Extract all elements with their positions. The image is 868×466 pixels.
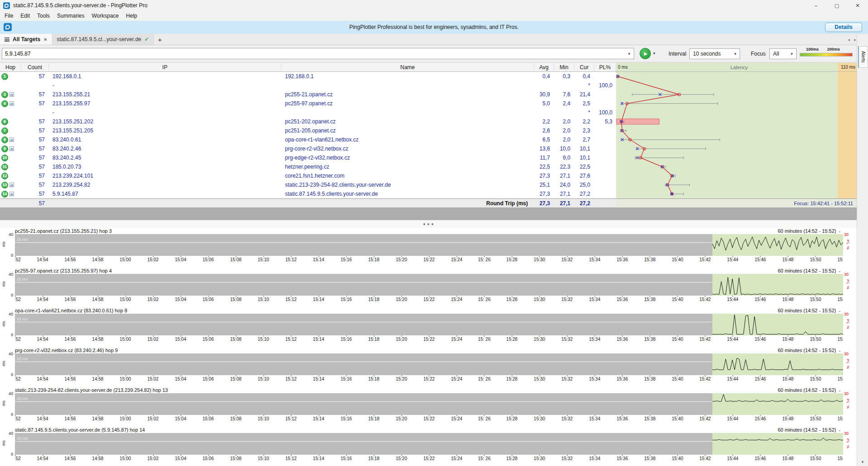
x-axis-time-label: 15: 26 xyxy=(478,416,491,421)
x-axis-time-label: 15:24 xyxy=(451,337,462,342)
tab-scroll-left-icon[interactable]: ◂ xyxy=(848,37,850,42)
min-cell: 2,4 xyxy=(554,100,574,107)
graph-range-label: 60 minutes (14:52 - 15:52) xyxy=(778,427,836,433)
x-axis-time-label: 15:16 xyxy=(341,456,352,461)
graph-range-selector[interactable]: 60 minutes (14:52 - 15:52)⌄ xyxy=(778,387,841,393)
timeline-chart-icon[interactable] xyxy=(9,146,14,151)
menu-item-help[interactable]: Help xyxy=(123,11,141,20)
timeline-chart-icon[interactable] xyxy=(9,92,14,97)
header-avg[interactable]: Avg xyxy=(534,63,554,71)
tab-target[interactable]: static.87.145.9.5.cl...your-server.de ✓ xyxy=(52,34,154,45)
timeline-graph-block: static.213-239-254-82.clients.your-serve… xyxy=(0,387,857,427)
legend-gradient-bar xyxy=(800,53,853,56)
round-trip-label: Round Trip (ms) xyxy=(281,200,534,207)
focus-region xyxy=(712,393,843,415)
hop-number-badge: 6 xyxy=(1,118,8,125)
timeline-chart-icon[interactable] xyxy=(9,137,14,142)
timeline-chart-icon[interactable] xyxy=(9,101,14,106)
pl-axis-max-label: 30 xyxy=(844,232,849,237)
hop-number-badge: 13 xyxy=(1,182,8,188)
name-cell: static.213-239-254-82.clients.your-serve… xyxy=(281,182,534,188)
x-axis-time-label: 14:54 xyxy=(37,416,48,421)
y-axis-min-label: 0 xyxy=(0,412,13,417)
menu-item-tools[interactable]: Tools xyxy=(33,11,53,20)
graph-range-selector[interactable]: 60 minutes (14:52 - 15:52)⌄ xyxy=(778,308,841,313)
name-cell: pc255-97.opanet.cz xyxy=(281,100,534,107)
header-ip[interactable]: IP xyxy=(49,63,281,71)
x-axis-time-label: 15:36 xyxy=(617,456,628,461)
scroll-down-icon[interactable]: ▾ xyxy=(857,460,868,464)
ip-cell: 192.168.0.1 xyxy=(49,73,281,80)
x-axis-time-label: 15:38 xyxy=(644,456,655,461)
header-hop[interactable]: Hop xyxy=(0,63,21,71)
x-axis-time-label: 15:34 xyxy=(589,456,600,461)
x-axis-time-label: 15:46 xyxy=(754,337,766,342)
interval-dropdown-icon: ▾ xyxy=(731,52,740,56)
count-cell: 57 xyxy=(21,118,49,125)
timeline-chart-icon[interactable] xyxy=(9,183,14,187)
x-axis-time-label: 14:56 xyxy=(65,377,76,381)
minimize-button[interactable]: – xyxy=(806,0,826,11)
graph-range-selector[interactable]: 60 minutes (14:52 - 15:52)⌄ xyxy=(778,228,841,234)
x-axis-time-label: 15:08 xyxy=(230,257,242,262)
menu-item-summaries[interactable]: Summaries xyxy=(53,11,88,20)
trace-options-dropdown-icon[interactable]: ▾ xyxy=(653,51,655,56)
graph-range-selector[interactable]: 60 minutes (14:52 - 15:52)⌄ xyxy=(778,268,841,273)
graph-range-selector[interactable]: 60 minutes (14:52 - 15:52)⌄ xyxy=(778,348,841,353)
maximize-button[interactable]: ▢ xyxy=(826,0,847,11)
pane-splitter[interactable] xyxy=(0,220,857,228)
ip-cell: 213.239.254.82 xyxy=(49,182,281,188)
close-tab-icon[interactable]: ✕ xyxy=(43,37,47,42)
x-axis-time-label: 15:20 xyxy=(396,257,407,262)
chevron-down-icon: ⌄ xyxy=(838,229,841,233)
details-button[interactable]: Details xyxy=(825,23,862,32)
timeline-graph-header: static.87.145.9.5.clients.your-server.de… xyxy=(0,427,857,433)
packet-loss-axis: 30PL % xyxy=(843,433,857,455)
header-pl[interactable]: PL% xyxy=(594,63,616,71)
y-axis-unit-label: ms xyxy=(1,321,6,326)
x-axis-time-label: 14:58 xyxy=(92,337,104,342)
graph-range-selector[interactable]: 60 minutes (14:52 - 15:52)⌄ xyxy=(778,427,841,433)
count-cell: 57 xyxy=(21,146,49,152)
pl-axis-max-label: 30 xyxy=(844,352,849,356)
timeline-graph-block: pc255-97.opanet.cz (213.155.255.97) hop … xyxy=(0,268,857,307)
menu-item-file[interactable]: File xyxy=(1,11,17,20)
ip-cell: 5.9.145.87 xyxy=(49,191,281,197)
x-axis-time-label: 15:06 xyxy=(203,257,214,262)
interval-select[interactable]: 10 seconds ▾ xyxy=(689,48,740,59)
footer-min: 27,1 xyxy=(554,200,574,207)
focus-select[interactable]: All ▾ xyxy=(769,48,797,59)
x-axis-time-label: 15:02 xyxy=(147,257,159,262)
tab-all-targets[interactable]: All Targets ✕ xyxy=(0,34,52,45)
x-axis-time-label: 15:38 xyxy=(644,297,655,302)
new-tab-button[interactable]: + xyxy=(154,34,166,45)
x-axis-time-label: 15:34 xyxy=(589,257,600,262)
trace-table-header: Hop Count IP Name Avg Min Cur PL% 0 ms L… xyxy=(0,62,857,72)
x-axis-time-label: 15:14 xyxy=(313,377,324,381)
menu-item-edit[interactable]: Edit xyxy=(17,11,33,20)
hop-number-badge: 9 xyxy=(1,146,8,152)
start-trace-button[interactable]: ▶ xyxy=(640,48,651,59)
hop-cell: 4 xyxy=(0,99,21,108)
menu-item-workspace[interactable]: Workspace xyxy=(88,11,123,20)
x-axis-time-label: 15:32 xyxy=(561,297,573,302)
time-axis: 14:5214:5414:5614:5815:0015:0215:0415:06… xyxy=(15,335,843,343)
x-axis-time-label: 15:48 xyxy=(782,257,793,262)
focus-region xyxy=(712,234,843,256)
header-name[interactable]: Name xyxy=(281,63,534,71)
x-axis-time-label: 15:08 xyxy=(230,416,242,421)
legend-200ms-label: 200ms xyxy=(827,47,840,52)
target-combo-dropdown-icon[interactable]: ▾ xyxy=(625,52,634,56)
tab-scroll-right-icon[interactable]: ▸ xyxy=(854,37,856,42)
timeline-graph-header: opa-core-r1-vlan621.netbox.cz (83.240.0.… xyxy=(0,307,857,314)
header-count[interactable]: Count xyxy=(21,63,49,71)
timeline-chart-icon[interactable] xyxy=(9,192,14,196)
header-cur[interactable]: Cur xyxy=(574,63,594,71)
target-address-input[interactable] xyxy=(2,51,625,57)
x-axis-time-label: 14:54 xyxy=(37,337,48,342)
close-button[interactable]: ✕ xyxy=(847,0,868,11)
interval-label: Interval xyxy=(669,51,686,57)
alerts-panel-tab[interactable]: Alerts xyxy=(858,46,868,68)
header-min[interactable]: Min xyxy=(554,63,574,71)
x-axis-time-label: 15:14 xyxy=(313,416,324,421)
